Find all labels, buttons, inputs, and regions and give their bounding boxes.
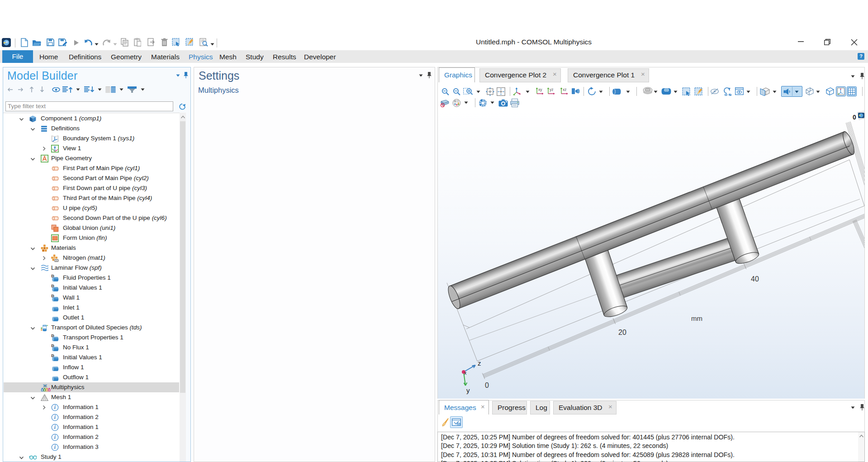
svg-text:xz: xz [563, 87, 567, 92]
svg-text:D: D [51, 284, 54, 288]
svg-text:0: 0 [853, 114, 856, 121]
svg-text:yz: yz [550, 87, 554, 92]
svg-text:z: z [478, 359, 481, 367]
svg-text:xy: xy [538, 87, 542, 92]
svg-text:40: 40 [751, 275, 759, 283]
svg-text:D: D [51, 354, 54, 358]
svg-text:D: D [51, 294, 54, 298]
svg-text:y: y [466, 386, 470, 394]
svg-text:mm: mm [691, 314, 702, 322]
svg-text:D: D [51, 344, 54, 348]
svg-text:x: x [464, 370, 467, 376]
svg-text:D: D [51, 334, 54, 338]
svg-text:0: 0 [485, 381, 489, 389]
svg-text:20: 20 [618, 329, 626, 336]
svg-text:D: D [51, 274, 54, 278]
